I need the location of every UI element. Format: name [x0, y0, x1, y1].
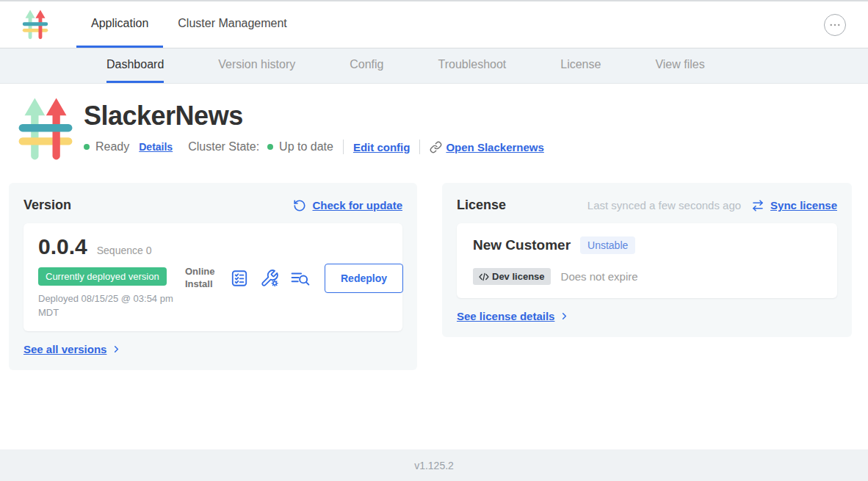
slackernews-logo-icon — [22, 10, 48, 40]
redeploy-button[interactable]: Redeploy — [325, 264, 403, 293]
app-status-text: Ready — [95, 140, 129, 153]
divider — [343, 140, 344, 154]
channel-badge: Unstable — [580, 236, 635, 254]
app-logo-large — [18, 98, 73, 162]
check-for-update-link[interactable]: Check for update — [312, 199, 402, 211]
cluster-state-text: Up to date — [279, 140, 333, 153]
dashboard-main: SlackerNews Ready Details Cluster State:… — [0, 84, 868, 449]
chevron-right-icon — [111, 344, 122, 355]
tab-troubleshoot[interactable]: Troubleshoot — [438, 48, 506, 83]
install-type-label: Online Install — [185, 266, 219, 291]
license-detail-panel: New Customer Unstable Dev license Does n… — [457, 223, 837, 298]
code-icon — [479, 272, 489, 282]
deployed-version-badge: Currently deployed version — [38, 267, 167, 286]
tab-cluster-management[interactable]: Cluster Management — [163, 1, 302, 48]
sync-arrows-icon — [751, 199, 764, 212]
version-card-title: Version — [23, 198, 71, 213]
tab-application[interactable]: Application — [76, 1, 163, 48]
cluster-state-label: Cluster State: — [188, 140, 259, 153]
license-type-label: Dev license — [492, 271, 545, 282]
top-nav: Application Cluster Management — [0, 1, 868, 48]
license-expiry: Does not expire — [561, 270, 638, 283]
top-nav-tabs: Application Cluster Management — [76, 1, 302, 48]
license-type-badge: Dev license — [473, 268, 551, 285]
preflight-checks-icon[interactable] — [230, 269, 249, 288]
see-license-details-link[interactable]: See license details — [457, 310, 554, 322]
config-wrench-icon[interactable] — [260, 269, 279, 288]
tab-version-history[interactable]: Version history — [218, 48, 295, 83]
view-logs-icon[interactable] — [290, 269, 311, 288]
app-header: SlackerNews Ready Details Cluster State:… — [0, 84, 868, 162]
version-sequence: Sequence 0 — [97, 245, 152, 256]
customer-name: New Customer — [473, 237, 571, 253]
console-footer: v1.125.2 — [0, 449, 868, 481]
tab-view-files[interactable]: View files — [655, 48, 704, 83]
page-title: SlackerNews — [84, 101, 544, 131]
app-logo-small — [22, 1, 48, 48]
cluster-state-dot — [267, 144, 273, 150]
open-app-label: Open Slackernews — [446, 141, 543, 153]
version-card: Version Check for update 0.0.4 Sequence … — [9, 183, 417, 370]
last-synced-text: Last synced a few seconds ago — [587, 199, 741, 211]
link-chain-icon — [430, 141, 442, 153]
app-status-dot — [84, 144, 90, 150]
edit-config-link[interactable]: Edit config — [353, 141, 411, 153]
sync-license-link[interactable]: Sync license — [770, 199, 837, 211]
app-sub-nav: Dashboard Version history Config Trouble… — [0, 48, 868, 84]
open-app-link[interactable]: Open Slackernews — [430, 141, 543, 153]
app-status-row: Ready Details Cluster State: Up to date … — [84, 140, 544, 154]
overflow-menu-button[interactable] — [824, 14, 846, 36]
tab-dashboard[interactable]: Dashboard — [106, 48, 164, 83]
divider — [419, 140, 420, 154]
chevron-right-icon — [559, 311, 570, 322]
slackernews-logo-icon — [18, 98, 73, 162]
version-number: 0.0.4 — [38, 234, 87, 259]
current-version-panel: 0.0.4 Sequence 0 Currently deployed vers… — [23, 223, 402, 331]
license-card-title: License — [457, 198, 506, 213]
console-version: v1.125.2 — [414, 460, 454, 471]
tab-license[interactable]: License — [560, 48, 601, 83]
refresh-icon — [293, 199, 306, 212]
tab-config[interactable]: Config — [350, 48, 383, 83]
see-all-versions-link[interactable]: See all versions — [23, 343, 106, 355]
license-card: License Last synced a few seconds ago Sy… — [442, 183, 852, 337]
version-action-icons — [230, 269, 311, 288]
ellipsis-icon — [828, 18, 842, 32]
status-details-link[interactable]: Details — [139, 141, 173, 153]
deployed-timestamp: Deployed 08/15/25 @ 03:54 pm MDT — [38, 292, 185, 320]
